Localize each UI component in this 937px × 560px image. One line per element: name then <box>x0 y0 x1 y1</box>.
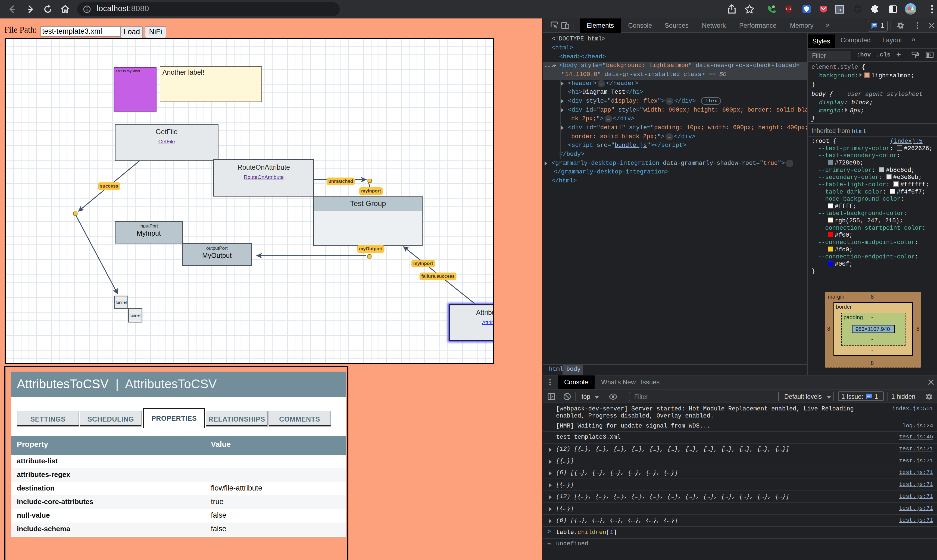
svg-text:UO: UO <box>786 7 791 11</box>
svg-text:π: π <box>838 6 841 13</box>
